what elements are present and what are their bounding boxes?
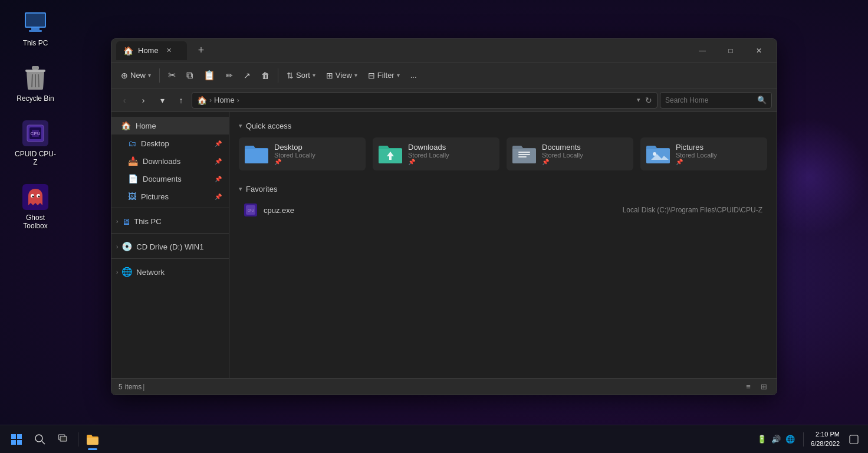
cd-drive-group-label: CD Drive (D:) WIN1 [136, 242, 203, 251]
folder-card-desktop[interactable]: Desktop Stored Locally 📌 [239, 137, 366, 170]
svg-rect-31 [17, 440, 22, 445]
desktop-folder-icon [245, 142, 268, 166]
taskbar-search-button[interactable] [28, 428, 52, 451]
sort-button[interactable]: ⇅ Sort ▾ [282, 66, 320, 85]
cd-drive-chevron-icon: › [116, 244, 118, 250]
view-button[interactable]: ⊞ View ▾ [321, 66, 362, 85]
taskbar-task-view-button[interactable] [52, 428, 75, 451]
home-tab-label: Home [138, 46, 159, 55]
tray-wifi-icon[interactable]: 🌐 [784, 434, 796, 445]
sidebar-group-cd-drive[interactable]: › 💿 CD Drive (D:) WIN1 [111, 236, 229, 256]
address-bar[interactable]: 🏠 › Home › ▾ ↻ [192, 92, 657, 109]
view-label: View [336, 71, 352, 80]
minimize-button[interactable]: — [689, 41, 715, 60]
taskbar-clock[interactable]: 2:10 PM 6/28/2022 [811, 430, 840, 448]
sidebar-downloads-label: Downloads [143, 157, 210, 166]
list-view-button[interactable]: ≡ [742, 381, 754, 393]
up-button[interactable]: ↑ [173, 92, 189, 109]
svg-rect-2 [31, 28, 40, 30]
documents-folder-name: Documents [542, 143, 583, 152]
tray-volume-icon[interactable]: 🔊 [770, 434, 782, 445]
ghost-toolbox-icon [21, 183, 50, 211]
breadcrumb-sep-2: › [237, 96, 239, 104]
paste-button[interactable]: 📋 [199, 66, 220, 85]
favorites-label: Favorites [246, 185, 277, 193]
more-button[interactable]: ... [406, 66, 422, 85]
quick-access-chevron-icon[interactable]: ▾ [239, 122, 242, 130]
svg-rect-28 [11, 434, 16, 439]
content-area: ▾ Quick access Desktop Stored Locally [229, 112, 777, 378]
taskbar-file-explorer-button[interactable] [81, 428, 104, 451]
desktop-icon-recycle-bin[interactable]: Recycle Bin [12, 61, 59, 105]
svg-rect-36 [850, 435, 858, 444]
search-box[interactable]: 🔍 [660, 92, 772, 109]
forward-button[interactable]: › [135, 92, 152, 109]
cd-drive-group-icon: 💿 [121, 241, 133, 252]
filter-button[interactable]: ⊟ Filter ▾ [363, 66, 405, 85]
status-items-label: items [125, 383, 142, 391]
fav-item-cpuz[interactable]: CPU cpuz.exe Local Disk (C:)\Program Fil… [239, 201, 767, 219]
documents-folder-info: Documents Stored Locally 📌 [542, 143, 583, 165]
desktop-icon-ghost-toolbox[interactable]: Ghost Toolbox [12, 180, 59, 232]
taskbar-start-button[interactable] [5, 428, 28, 451]
taskbar-sep-2 [803, 432, 804, 447]
more-label: ... [410, 71, 417, 80]
cpuid-icon: CPU [21, 119, 50, 147]
sidebar-item-desktop[interactable]: 🗂 Desktop 📌 [111, 134, 229, 152]
recent-button[interactable]: ▾ [154, 92, 170, 109]
home-tab-icon: 🏠 [123, 46, 133, 55]
pictures-folder-name: Pictures [676, 143, 717, 152]
network-chevron-icon: › [116, 269, 118, 275]
taskbar: 🔋 🔊 🌐 2:10 PM 6/28/2022 [0, 425, 868, 453]
sidebar-group-network[interactable]: › 🌐 Network [111, 261, 229, 281]
svg-rect-29 [17, 434, 22, 439]
svg-point-32 [35, 435, 42, 442]
new-tab-button[interactable]: + [192, 41, 211, 60]
folder-card-documents[interactable]: Documents Stored Locally 📌 [507, 137, 633, 170]
tab-close-button[interactable]: ✕ [163, 45, 175, 57]
home-tab[interactable]: 🏠 Home ✕ [116, 41, 187, 60]
sidebar-item-home[interactable]: 🏠 Home [111, 117, 229, 134]
sidebar-group-this-pc[interactable]: › 🖥 This PC [111, 211, 229, 231]
sort-icon: ⇅ [287, 71, 294, 80]
sidebar-item-downloads[interactable]: 📥 Downloads 📌 [111, 152, 229, 170]
address-dropdown-icon[interactable]: ▾ [637, 96, 640, 104]
refresh-button[interactable]: ↻ [645, 96, 652, 105]
breadcrumb-home-icon: 🏠 [197, 96, 207, 105]
downloads-folder-icon [379, 142, 402, 166]
sidebar-item-pictures[interactable]: 🖼 Pictures 📌 [111, 188, 229, 205]
quick-access-label: Quick access [246, 122, 291, 130]
svg-point-18 [38, 196, 40, 198]
back-button[interactable]: ‹ [116, 92, 133, 109]
folder-card-downloads[interactable]: Downloads Stored Locally 📌 [373, 137, 499, 170]
grid-view-button[interactable]: ⊞ [758, 381, 770, 393]
sidebar-divider-3 [111, 258, 229, 259]
svg-line-8 [38, 74, 39, 87]
toolbar-sep-2 [278, 68, 278, 83]
status-bar: 5 items | ≡ ⊞ [111, 378, 777, 395]
folder-card-pictures[interactable]: Pictures Stored Locally 📌 [640, 137, 767, 170]
rename-button[interactable]: ✏ [221, 66, 238, 85]
tray-network-icon[interactable]: 🔋 [756, 434, 768, 445]
sidebar-desktop-icon: 🗂 [128, 139, 136, 148]
desktop-icon-this-pc[interactable]: This PC [12, 6, 59, 50]
search-input[interactable] [665, 96, 755, 104]
sidebar-item-documents[interactable]: 📄 Documents 📌 [111, 170, 229, 188]
notification-button[interactable] [844, 430, 863, 449]
desktop-icon-cpuid[interactable]: CPU CPUID CPU-Z [12, 117, 59, 169]
desktop-folder-sub: Stored Locally [274, 152, 315, 159]
favorites-chevron-icon[interactable]: ▾ [239, 185, 242, 193]
close-button[interactable]: ✕ [746, 41, 772, 60]
sidebar-divider-1 [111, 208, 229, 208]
title-bar: 🏠 Home ✕ + — □ ✕ [111, 39, 777, 63]
maximize-button[interactable]: □ [718, 41, 744, 60]
documents-folder-pin: 📌 [542, 159, 583, 165]
cpuid-label: CPUID CPU-Z [14, 150, 57, 166]
documents-folder-icon [512, 142, 536, 166]
delete-button[interactable]: 🗑 [257, 66, 274, 85]
share-button[interactable]: ↗ [239, 66, 255, 85]
copy-button[interactable]: ⧉ [182, 66, 198, 85]
new-button[interactable]: ⊕ New ▾ [116, 66, 156, 85]
this-pc-group-label: This PC [134, 217, 161, 226]
cut-button[interactable]: ✂ [163, 66, 180, 85]
